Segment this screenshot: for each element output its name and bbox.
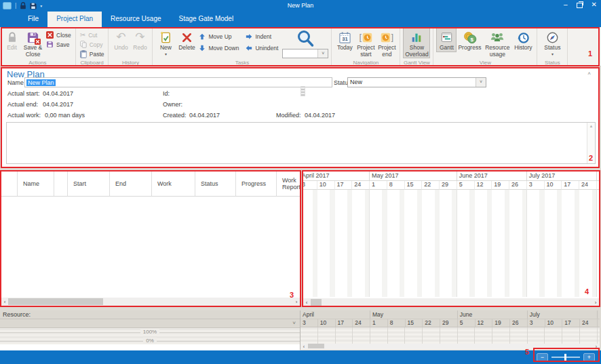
zoom-in-button[interactable]: + [583, 353, 595, 361]
gantt-week-label: 3 [303, 181, 317, 190]
progress-button[interactable]: $ Progress [457, 28, 482, 52]
actual-work-value: 0,00 man days [45, 112, 85, 119]
gantt-body[interactable] [303, 190, 600, 297]
gantt-week-label: 19 [492, 181, 509, 190]
indent-button[interactable]: Indent [244, 32, 279, 41]
column-header-work[interactable]: Work [152, 171, 195, 196]
status-combobox[interactable]: New ˅ [347, 77, 486, 87]
undo-button[interactable]: ↶ Undo [111, 28, 130, 52]
column-header-work-reported[interactable]: Work Reported [277, 171, 301, 196]
close-button[interactable]: ✕ [592, 0, 597, 9]
project-start-icon: [ [360, 30, 373, 45]
tab-file[interactable]: File [19, 12, 47, 27]
paste-button[interactable]: Paste [79, 49, 106, 58]
cut-button[interactable]: ✂ Cut [79, 31, 106, 39]
chevron-down-icon[interactable]: ˅ [317, 49, 328, 58]
column-header-blank-2[interactable] [54, 171, 68, 196]
chevron-down-icon[interactable]: ˅ [292, 320, 296, 326]
save-and-close-button[interactable]: Save & Close [21, 28, 45, 58]
scroll-right-icon[interactable]: › [593, 344, 600, 349]
scroll-track[interactable] [307, 343, 593, 350]
arrow-right-icon [246, 33, 252, 40]
move-up-button[interactable]: Move Up [197, 32, 240, 41]
gantt-month-column [597, 190, 600, 297]
name-input[interactable]: New Plan [24, 77, 332, 87]
redo-button[interactable]: ↷ Redo [130, 28, 149, 52]
close-plan-button[interactable]: Close [45, 31, 73, 39]
scissors-icon: ✂ [80, 31, 85, 39]
column-header-blank-0[interactable] [1, 171, 18, 196]
move-up-label: Move Up [208, 33, 231, 40]
zoom-slider-thumb[interactable] [564, 354, 566, 361]
bar-chart-icon [410, 30, 423, 45]
move-down-button[interactable]: Move Down [197, 43, 240, 52]
show-overload-button[interactable]: Show Overload [403, 28, 430, 58]
scroll-right-icon[interactable]: › [592, 300, 599, 306]
progress-label: Progress [458, 45, 481, 52]
save-button[interactable]: Save [45, 40, 73, 49]
column-header-name[interactable]: Name [18, 171, 54, 196]
restore-button[interactable] [577, 3, 583, 8]
unindent-label: Unindent [255, 45, 278, 52]
column-header-status[interactable]: Status [195, 171, 236, 196]
zoom-out-button[interactable]: − [537, 353, 548, 361]
group-label-status: Status [537, 60, 567, 66]
scroll-thumb[interactable] [8, 298, 103, 305]
scroll-up-icon[interactable]: ▲ [587, 123, 595, 128]
history-button[interactable]: History [512, 28, 534, 52]
gantt-month-column [303, 190, 370, 297]
description-textarea[interactable]: ▲ [6, 122, 596, 164]
resource-usage-button[interactable]: Resource usage [482, 28, 512, 58]
scroll-right-icon[interactable]: › [293, 299, 300, 305]
gantt-week-label: 24 [352, 181, 370, 190]
scroll-thumb[interactable] [308, 344, 324, 348]
chevron-down-icon[interactable]: ˅ [476, 78, 486, 87]
copy-button[interactable]: Copy [79, 40, 106, 49]
collapse-panel-icon[interactable]: ˄ [587, 70, 591, 77]
scroll-track[interactable] [310, 298, 592, 306]
ribbon-group-status: Status ▾ Status [537, 27, 568, 66]
unindent-button[interactable]: Unindent [244, 43, 279, 52]
resource-gantt-body[interactable] [300, 327, 600, 344]
zoom-slider-track[interactable] [551, 357, 580, 358]
gantt-month-header: April 2017May 2017June 2017July 2017 [303, 171, 600, 181]
status-button[interactable]: Status ▾ [540, 28, 564, 56]
scroll-thumb[interactable] [311, 299, 322, 306]
today-button[interactable]: 31 Today [334, 28, 355, 52]
group-label-navigation: Navigation [332, 60, 400, 66]
task-search-combobox[interactable]: ˅ [282, 49, 328, 58]
project-end-button[interactable]: ] Project end [376, 28, 397, 58]
scroll-left-icon[interactable]: ‹ [1, 299, 8, 305]
edit-button[interactable]: Edit [3, 28, 21, 52]
gantt-button[interactable]: Gantt [436, 28, 457, 52]
description-scrollbar[interactable]: ▲ [587, 123, 595, 163]
scroll-left-icon[interactable]: ‹ [303, 300, 310, 306]
column-header-progress[interactable]: Progress [236, 171, 277, 196]
task-table-hscrollbar[interactable]: ‹ › [1, 298, 300, 306]
resource-week-header: 31017241815222951219263101724 [300, 319, 600, 327]
delete-task-button[interactable]: Delete [176, 28, 197, 52]
resource-week-label: 29 [440, 319, 458, 327]
grip-icon[interactable] [300, 86, 305, 96]
resource-week-label: 12 [476, 319, 493, 327]
search-icon[interactable] [295, 28, 315, 49]
gantt-hscrollbar[interactable]: ‹ › [303, 298, 599, 306]
column-header-start[interactable]: Start [68, 171, 110, 196]
undo-label: Undo [114, 45, 128, 52]
scroll-left-icon[interactable]: ‹ [300, 344, 307, 349]
tab-project-plan[interactable]: Project Plan [47, 12, 102, 27]
paste-icon [80, 50, 87, 58]
resource-filter-row[interactable]: ˅ [0, 319, 300, 328]
minimize-button[interactable]: – [564, 0, 568, 9]
resource-month-label [598, 310, 600, 319]
scroll-track[interactable] [8, 298, 293, 306]
project-start-button[interactable]: [ Project start [355, 28, 376, 58]
task-search-value [283, 49, 317, 58]
new-task-button[interactable]: New ▾ [155, 28, 176, 56]
undo-icon: ↶ [116, 30, 125, 45]
resource-hscrollbar[interactable]: ‹ › [300, 344, 600, 350]
compass-icon [546, 30, 559, 45]
column-header-end[interactable]: End [110, 171, 152, 196]
tab-resource-usage[interactable]: Resource Usage [102, 12, 170, 27]
tab-stage-gate-model[interactable]: Stage Gate Model [170, 12, 243, 27]
